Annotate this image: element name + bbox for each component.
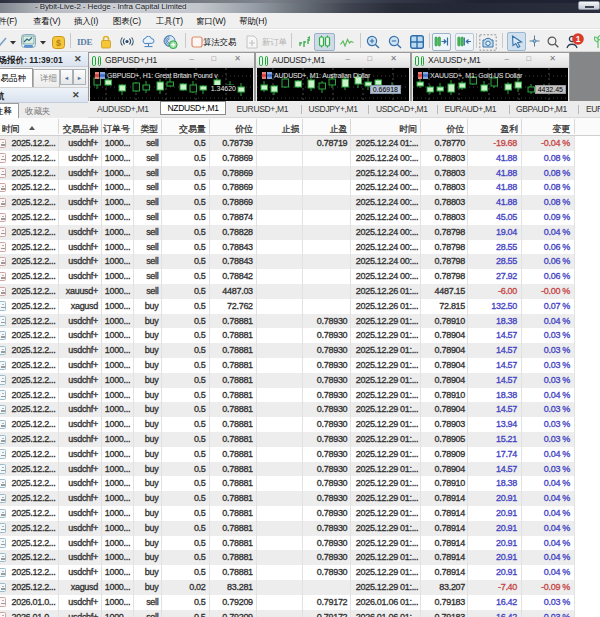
svg-text:$: $ (56, 38, 61, 48)
svg-text:1: 1 (576, 34, 581, 44)
